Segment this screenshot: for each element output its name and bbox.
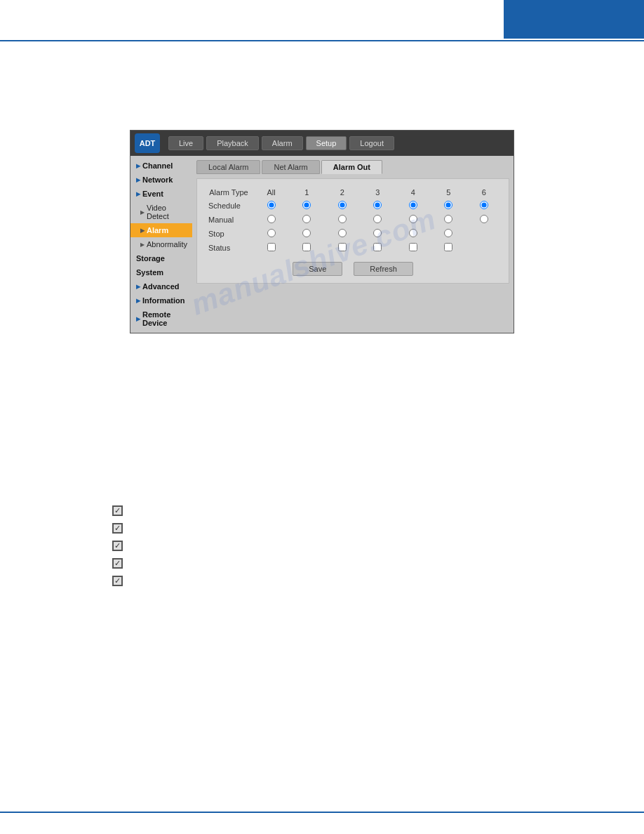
- alarm-arrow-icon: ▶: [140, 227, 145, 234]
- check-row-4: ✓: [112, 558, 123, 569]
- manual-radio-all[interactable]: [267, 215, 276, 223]
- alarm-table: Alarm Type All 1 2 3 4 5 6: [204, 186, 502, 255]
- sidebar-item-remote-device[interactable]: ▶ Remote Device: [130, 307, 192, 330]
- bottom-checks: ✓ ✓ ✓ ✓ ✓: [112, 505, 123, 586]
- manual-radio-5[interactable]: [444, 215, 452, 223]
- alarm-type-header: Alarm Type: [204, 186, 253, 199]
- status-check-5[interactable]: [444, 243, 452, 251]
- schedule-radio-4[interactable]: [409, 201, 417, 209]
- dvr-container: ADT Live Playback Alarm Setup Logout ▶ C…: [130, 130, 514, 333]
- manual-radio-3[interactable]: [373, 215, 382, 223]
- col-4: 4: [396, 186, 431, 199]
- channel-arrow-icon: ▶: [136, 163, 140, 169]
- checkbox-4[interactable]: ✓: [112, 558, 123, 569]
- col-5: 5: [431, 186, 466, 199]
- hr-bottom: [0, 812, 644, 813]
- schedule-radio-5[interactable]: [444, 201, 452, 209]
- stop-radio-all[interactable]: [267, 229, 276, 237]
- dvr-content: Local Alarm Net Alarm Alarm Out Alarm Ty…: [192, 156, 514, 333]
- status-check-all[interactable]: [267, 243, 276, 251]
- stop-radio-3[interactable]: [373, 229, 382, 237]
- hr-top: [0, 40, 644, 41]
- sidebar-item-information[interactable]: ▶ Information: [130, 293, 192, 307]
- dvr-nav: ADT Live Playback Alarm Setup Logout: [130, 131, 514, 156]
- check-row-5: ✓: [112, 576, 123, 586]
- col-2: 2: [325, 186, 360, 199]
- manual-radio-4[interactable]: [409, 215, 417, 223]
- save-button[interactable]: Save: [293, 262, 342, 276]
- alarm-out-panel: Alarm Type All 1 2 3 4 5 6: [196, 178, 509, 284]
- nav-logout[interactable]: Logout: [349, 136, 394, 150]
- advanced-arrow-icon: ▶: [136, 284, 140, 290]
- check-row-1: ✓: [112, 505, 123, 516]
- stop-radio-5[interactable]: [444, 229, 452, 237]
- nav-live[interactable]: Live: [168, 136, 203, 150]
- information-arrow-icon: ▶: [136, 298, 140, 304]
- manual-label: Manual: [204, 213, 253, 227]
- col-3: 3: [360, 186, 395, 199]
- schedule-radio-2[interactable]: [338, 201, 347, 209]
- nav-alarm[interactable]: Alarm: [262, 136, 303, 150]
- dvr-main: ▶ Channel ▶ Network ▶ Event ▶ Video Dete…: [130, 156, 514, 333]
- stop-row: Stop: [204, 227, 502, 241]
- schedule-radio-1[interactable]: [302, 201, 311, 209]
- checkbox-5[interactable]: ✓: [112, 576, 123, 586]
- adt-logo: ADT: [135, 133, 160, 153]
- sidebar-item-channel[interactable]: ▶ Channel: [130, 159, 192, 173]
- manual-row: Manual: [204, 213, 502, 227]
- event-arrow-icon: ▶: [136, 191, 140, 197]
- checkbox-3[interactable]: ✓: [112, 541, 123, 551]
- stop-radio-4[interactable]: [409, 229, 417, 237]
- stop-radio-1[interactable]: [302, 229, 311, 237]
- checkbox-1[interactable]: ✓: [112, 505, 123, 516]
- sidebar-item-abnormality[interactable]: ▶ Abnormality: [130, 237, 192, 251]
- video-detect-arrow-icon: ▶: [140, 209, 145, 216]
- manual-radio-6[interactable]: [480, 215, 488, 223]
- tab-bar: Local Alarm Net Alarm Alarm Out: [196, 160, 509, 174]
- col-6: 6: [467, 186, 502, 199]
- schedule-radio-3[interactable]: [373, 201, 382, 209]
- nav-playback[interactable]: Playback: [206, 136, 259, 150]
- tab-local-alarm[interactable]: Local Alarm: [196, 160, 260, 174]
- status-check-2[interactable]: [338, 243, 347, 251]
- status-row: Status: [204, 241, 502, 255]
- sidebar-item-alarm[interactable]: ▶ Alarm: [130, 223, 192, 237]
- status-check-3[interactable]: [373, 243, 382, 251]
- stop-label: Stop: [204, 227, 253, 241]
- refresh-button[interactable]: Refresh: [354, 262, 413, 276]
- nav-setup[interactable]: Setup: [306, 136, 347, 150]
- top-bar: [504, 0, 644, 39]
- schedule-radio-6[interactable]: [480, 201, 488, 209]
- sidebar-item-advanced[interactable]: ▶ Advanced: [130, 279, 192, 293]
- check-row-2: ✓: [112, 523, 123, 534]
- manual-radio-1[interactable]: [302, 215, 311, 223]
- abnormality-arrow-icon: ▶: [140, 241, 145, 248]
- status-label: Status: [204, 241, 253, 255]
- status-check-4[interactable]: [409, 243, 417, 251]
- sidebar-item-event[interactable]: ▶ Event: [130, 187, 192, 201]
- schedule-label: Schedule: [204, 199, 253, 213]
- check-row-3: ✓: [112, 541, 123, 551]
- network-arrow-icon: ▶: [136, 177, 140, 183]
- schedule-radio-all[interactable]: [267, 201, 276, 209]
- sidebar-item-storage[interactable]: Storage: [130, 251, 192, 265]
- tab-net-alarm[interactable]: Net Alarm: [262, 160, 319, 174]
- dvr-sidebar: ▶ Channel ▶ Network ▶ Event ▶ Video Dete…: [130, 156, 192, 333]
- sidebar-item-network[interactable]: ▶ Network: [130, 173, 192, 187]
- stop-radio-2[interactable]: [338, 229, 347, 237]
- schedule-row: Schedule: [204, 199, 502, 213]
- col-1: 1: [289, 186, 324, 199]
- checkbox-2[interactable]: ✓: [112, 523, 123, 534]
- status-check-1[interactable]: [302, 243, 311, 251]
- button-row: Save Refresh: [204, 262, 502, 276]
- tab-alarm-out[interactable]: Alarm Out: [321, 160, 382, 174]
- col-all: All: [253, 186, 289, 199]
- sidebar-item-video-detect[interactable]: ▶ Video Detect: [130, 201, 192, 223]
- manual-radio-2[interactable]: [338, 215, 347, 223]
- sidebar-item-system[interactable]: System: [130, 265, 192, 279]
- remote-device-arrow-icon: ▶: [136, 316, 140, 322]
